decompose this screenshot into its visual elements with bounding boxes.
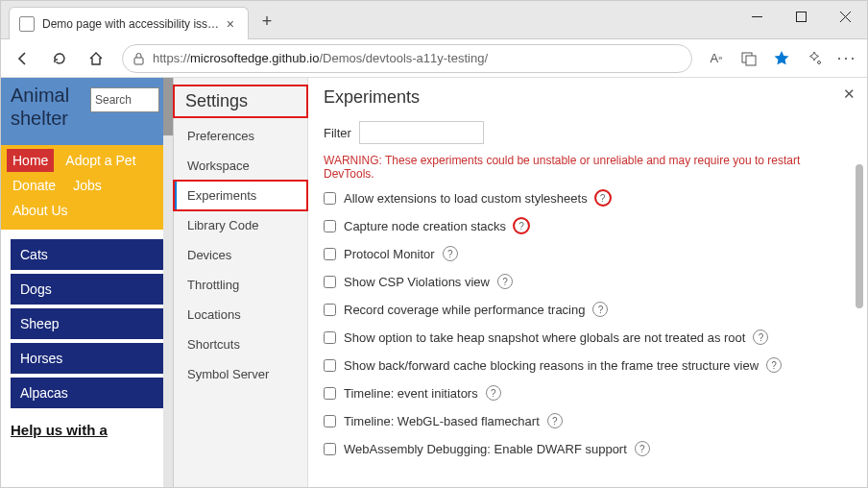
window-close-button[interactable] bbox=[823, 1, 867, 32]
lock-icon bbox=[133, 52, 145, 65]
refresh-button[interactable] bbox=[43, 43, 76, 74]
experiment-label: Capture node creation stacks bbox=[344, 219, 506, 233]
help-icon[interactable]: ? bbox=[766, 357, 782, 373]
experiment-checkbox[interactable] bbox=[324, 331, 336, 344]
help-icon[interactable]: ? bbox=[595, 190, 611, 206]
experiment-label: Timeline: WebGL-based flamechart bbox=[344, 414, 540, 428]
experiment-row: Protocol Monitor? bbox=[324, 246, 852, 261]
experiment-row: Capture node creation stacks? bbox=[324, 218, 852, 233]
experiment-row: Timeline: WebGL-based flamechart? bbox=[324, 413, 852, 428]
category-list: Cats Dogs Sheep Horses Alpacas bbox=[1, 230, 173, 408]
page-icon bbox=[19, 16, 35, 32]
warning-text: WARNING: These experiments could be unst… bbox=[324, 154, 852, 181]
translate-icon[interactable] bbox=[735, 44, 763, 73]
experiment-label: Allow extensions to load custom styleshe… bbox=[344, 191, 588, 206]
window-controls bbox=[735, 1, 867, 32]
experiment-label: Protocol Monitor bbox=[344, 247, 435, 261]
tab-title: Demo page with accessibility issues bbox=[42, 17, 223, 31]
svg-rect-6 bbox=[746, 56, 756, 65]
devtools-panel: Settings Preferences Workspace Experimen… bbox=[173, 78, 867, 487]
new-tab-button[interactable]: + bbox=[253, 7, 281, 36]
help-icon[interactable]: ? bbox=[635, 441, 650, 456]
url-text: https://microsoftedge.github.io/Demos/de… bbox=[153, 51, 488, 65]
home-button[interactable] bbox=[80, 43, 112, 74]
cat-horses[interactable]: Horses bbox=[11, 343, 163, 374]
experiment-label: Record coverage while performance tracin… bbox=[344, 303, 585, 317]
help-icon[interactable]: ? bbox=[592, 302, 608, 317]
experiment-label: WebAssembly Debugging: Enable DWARF supp… bbox=[344, 442, 627, 456]
settings-locations[interactable]: Locations bbox=[174, 300, 307, 329]
experiment-checkbox[interactable] bbox=[324, 220, 336, 232]
experiment-row: Show option to take heap snapshot where … bbox=[324, 329, 852, 345]
experiment-checkbox[interactable] bbox=[324, 304, 336, 316]
experiment-checkbox[interactable] bbox=[324, 248, 336, 260]
settings-preferences[interactable]: Preferences bbox=[174, 121, 307, 151]
menu-button[interactable]: ··· bbox=[832, 44, 861, 73]
nav-adopt[interactable]: Adopt a Pet bbox=[60, 149, 141, 172]
help-icon[interactable]: ? bbox=[514, 218, 529, 233]
help-icon[interactable]: ? bbox=[443, 246, 458, 261]
experiment-label: Show CSP Violations view bbox=[344, 275, 490, 289]
content-area: Animal shelter Search Home Adopt a Pet D… bbox=[1, 78, 867, 487]
browser-toolbar: https://microsoftedge.github.io/Demos/de… bbox=[1, 39, 867, 78]
address-bar[interactable]: https://microsoftedge.github.io/Demos/de… bbox=[122, 44, 692, 73]
back-button[interactable] bbox=[7, 43, 39, 74]
experiment-row: Record coverage while performance tracin… bbox=[324, 302, 852, 317]
cat-dogs[interactable]: Dogs bbox=[11, 274, 163, 305]
settings-devices[interactable]: Devices bbox=[174, 240, 307, 270]
experiment-checkbox[interactable] bbox=[324, 276, 336, 288]
experiment-row: Allow extensions to load custom styleshe… bbox=[324, 190, 852, 206]
svg-point-7 bbox=[818, 61, 821, 63]
experiment-checkbox[interactable] bbox=[324, 443, 336, 455]
browser-tab[interactable]: Demo page with accessibility issues × bbox=[9, 7, 249, 39]
settings-throttling[interactable]: Throttling bbox=[174, 270, 307, 300]
filter-row: Filter bbox=[324, 121, 852, 144]
help-heading: Help us with a bbox=[1, 412, 173, 448]
experiment-row: Show back/forward cache blocking reasons… bbox=[324, 357, 852, 373]
filter-input[interactable] bbox=[359, 121, 484, 144]
experiments-heading: Experiments bbox=[324, 87, 852, 108]
devtools-scrollbar[interactable] bbox=[856, 164, 863, 308]
nav-home[interactable]: Home bbox=[7, 149, 54, 172]
cat-cats[interactable]: Cats bbox=[11, 239, 163, 270]
experiment-checkbox[interactable] bbox=[324, 387, 336, 400]
favorite-star-icon[interactable] bbox=[767, 44, 796, 73]
settings-experiments[interactable]: Experiments bbox=[174, 181, 307, 210]
page-scrollbar[interactable] bbox=[163, 78, 173, 487]
reader-icon[interactable]: A» bbox=[702, 44, 731, 73]
cat-alpacas[interactable]: Alpacas bbox=[11, 378, 163, 408]
filter-label: Filter bbox=[324, 126, 351, 140]
maximize-button[interactable] bbox=[779, 1, 823, 32]
settings-symbol-server[interactable]: Symbol Server bbox=[174, 359, 307, 389]
experiment-checkbox[interactable] bbox=[324, 192, 336, 205]
settings-workspace[interactable]: Workspace bbox=[174, 151, 307, 181]
main-nav: Home Adopt a Pet Donate Jobs About Us bbox=[1, 145, 173, 230]
experiment-row: WebAssembly Debugging: Enable DWARF supp… bbox=[324, 441, 852, 456]
experiment-row: Timeline: event initiators? bbox=[324, 385, 852, 401]
minimize-button[interactable] bbox=[735, 1, 779, 32]
close-tab-icon[interactable]: × bbox=[223, 16, 238, 32]
settings-heading: Settings bbox=[174, 85, 307, 117]
close-settings-icon[interactable]: ✕ bbox=[843, 85, 856, 103]
copilot-icon[interactable] bbox=[800, 44, 829, 73]
help-icon[interactable]: ? bbox=[486, 385, 501, 401]
nav-donate[interactable]: Donate bbox=[7, 174, 61, 197]
experiment-label: Show option to take heap snapshot where … bbox=[344, 330, 745, 345]
experiment-label: Timeline: event initiators bbox=[344, 386, 478, 401]
settings-shortcuts[interactable]: Shortcuts bbox=[174, 329, 307, 359]
search-input[interactable]: Search bbox=[90, 87, 159, 112]
site-header: Animal shelter Search bbox=[1, 78, 173, 145]
settings-sidebar: Settings Preferences Workspace Experimen… bbox=[174, 78, 308, 487]
help-icon[interactable]: ? bbox=[753, 329, 768, 345]
experiment-checkbox[interactable] bbox=[324, 415, 336, 427]
help-icon[interactable]: ? bbox=[497, 274, 513, 289]
help-icon[interactable]: ? bbox=[547, 413, 563, 428]
cat-sheep[interactable]: Sheep bbox=[11, 308, 163, 339]
rendered-page: Animal shelter Search Home Adopt a Pet D… bbox=[1, 78, 173, 487]
nav-jobs[interactable]: Jobs bbox=[67, 174, 108, 197]
settings-main: ✕ Experiments Filter WARNING: These expe… bbox=[308, 78, 867, 487]
experiment-checkbox[interactable] bbox=[324, 359, 336, 372]
settings-library-code[interactable]: Library Code bbox=[174, 210, 307, 240]
nav-about[interactable]: About Us bbox=[7, 199, 74, 222]
experiment-row: Show CSP Violations view? bbox=[324, 274, 852, 289]
